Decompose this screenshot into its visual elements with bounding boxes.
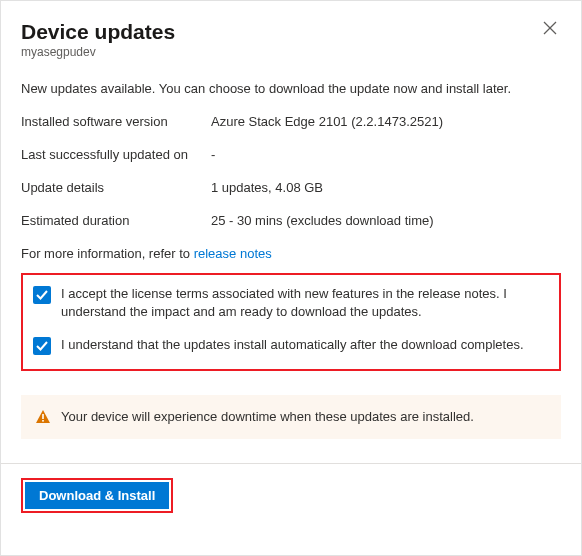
device-name: myasegpudev: [21, 45, 561, 59]
more-info-line: For more information, refer to release n…: [21, 246, 561, 261]
consent-row-auto-install: I understand that the updates install au…: [33, 336, 549, 355]
warning-text: Your device will experience downtime whe…: [61, 409, 474, 424]
license-checkbox[interactable]: [33, 286, 51, 304]
panel-title: Device updates: [21, 19, 561, 44]
installed-version-label: Installed software version: [21, 114, 211, 129]
last-updated-label: Last successfully updated on: [21, 147, 211, 162]
consent-block: I accept the license terms associated wi…: [21, 273, 561, 370]
download-install-button[interactable]: Download & Install: [25, 482, 169, 509]
info-row-installed-version: Installed software version Azure Stack E…: [21, 114, 561, 129]
checkmark-icon: [35, 339, 49, 353]
release-notes-link[interactable]: release notes: [194, 246, 272, 261]
panel-header: Device updates myasegpudev: [21, 19, 561, 59]
license-text: I accept the license terms associated wi…: [61, 285, 549, 321]
warning-icon: [35, 409, 51, 425]
close-button[interactable]: [543, 21, 561, 39]
info-row-duration: Estimated duration 25 - 30 mins (exclude…: [21, 213, 561, 228]
svg-rect-3: [42, 414, 44, 419]
update-details-label: Update details: [21, 180, 211, 195]
intro-text: New updates available. You can choose to…: [21, 81, 561, 96]
installed-version-value: Azure Stack Edge 2101 (2.2.1473.2521): [211, 114, 443, 129]
last-updated-value: -: [211, 147, 215, 162]
auto-install-checkbox[interactable]: [33, 337, 51, 355]
footer-divider: [1, 463, 581, 464]
warning-banner: Your device will experience downtime whe…: [21, 395, 561, 439]
consent-row-license: I accept the license terms associated wi…: [33, 285, 549, 321]
update-details-value: 1 updates, 4.08 GB: [211, 180, 323, 195]
checkmark-icon: [35, 288, 49, 302]
info-row-last-updated: Last successfully updated on -: [21, 147, 561, 162]
more-info-prefix: For more information, refer to: [21, 246, 194, 261]
primary-action-highlight: Download & Install: [21, 478, 173, 513]
info-row-update-details: Update details 1 updates, 4.08 GB: [21, 180, 561, 195]
duration-value: 25 - 30 mins (excludes download time): [211, 213, 434, 228]
close-icon: [543, 21, 557, 35]
svg-rect-4: [42, 420, 44, 422]
auto-install-text: I understand that the updates install au…: [61, 336, 524, 354]
device-updates-panel: Device updates myasegpudev New updates a…: [1, 1, 581, 529]
duration-label: Estimated duration: [21, 213, 211, 228]
